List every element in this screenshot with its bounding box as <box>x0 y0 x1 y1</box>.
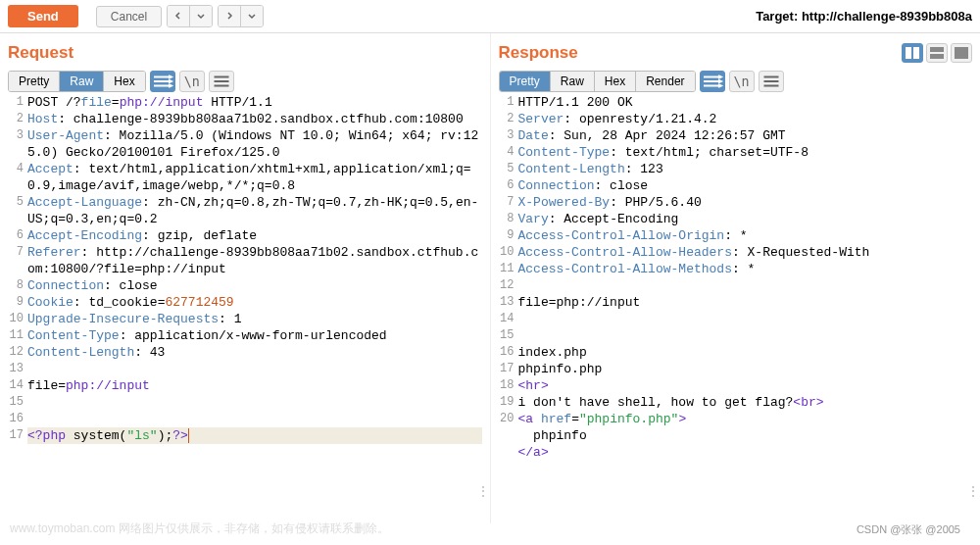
tab-raw[interactable]: Raw <box>60 72 104 91</box>
tab-hex[interactable]: Hex <box>104 72 144 91</box>
toolbar: Send Cancel Target: http://challenge-893… <box>0 0 980 33</box>
watermark-left: www.toymoban.com 网络图片仅供展示，非存储，如有侵权请联系删除。 <box>10 520 389 537</box>
svg-rect-2 <box>930 47 944 52</box>
layout-stack-button[interactable] <box>926 43 948 63</box>
actions-button[interactable] <box>150 71 175 92</box>
layout-split-button[interactable] <box>902 43 923 63</box>
history-forward-button[interactable] <box>219 6 241 26</box>
history-back-button[interactable] <box>168 6 190 26</box>
menu-button[interactable] <box>209 71 234 92</box>
history-forward-menu[interactable] <box>241 6 263 26</box>
response-panel: Response PrettyRawHexRender \n 123456789… <box>491 33 981 523</box>
tab-render[interactable]: Render <box>636 72 694 91</box>
tab-raw[interactable]: Raw <box>551 72 595 91</box>
svg-rect-0 <box>906 47 911 59</box>
history-forward-group <box>218 5 264 27</box>
layout-toggle <box>902 43 972 63</box>
response-title: Response <box>499 43 903 63</box>
watermark-right: CSDN @张张 @2005 <box>857 522 960 537</box>
actions-button[interactable] <box>700 71 725 92</box>
history-back-group <box>167 5 213 27</box>
svg-rect-4 <box>955 47 968 59</box>
tab-pretty[interactable]: Pretty <box>9 72 60 91</box>
menu-button[interactable] <box>759 71 784 92</box>
layout-single-button[interactable] <box>951 43 972 63</box>
request-title: Request <box>8 43 482 63</box>
cancel-button[interactable]: Cancel <box>96 6 162 27</box>
tab-pretty[interactable]: Pretty <box>500 72 551 91</box>
newline-button[interactable]: \n <box>729 71 755 92</box>
newline-button[interactable]: \n <box>179 71 205 92</box>
request-panel: Request PrettyRawHex \n 1234567891011121… <box>0 33 491 523</box>
target-label: Target: http://challenge-8939bb808a <box>756 9 972 24</box>
svg-rect-1 <box>913 47 919 59</box>
svg-rect-3 <box>930 54 944 59</box>
request-editor[interactable]: POST /?file=php://input HTTP/1.1Host: ch… <box>27 94 482 444</box>
resize-handle-left[interactable] <box>476 483 488 499</box>
send-button[interactable]: Send <box>8 5 78 27</box>
tab-hex[interactable]: Hex <box>595 72 636 91</box>
resize-handle-right[interactable] <box>966 483 978 499</box>
response-viewer[interactable]: HTTP/1.1 200 OKServer: openresty/1.21.4.… <box>518 94 973 461</box>
history-back-menu[interactable] <box>190 6 212 26</box>
